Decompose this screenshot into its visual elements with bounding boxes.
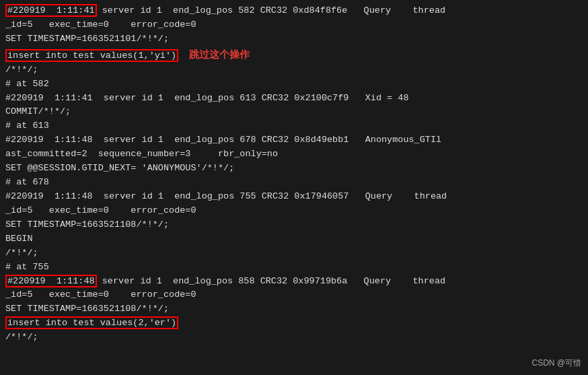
terminal: #220919 1:11:41 server id 1 end_log_pos … <box>0 0 588 375</box>
line-24: /*!*/; <box>5 331 583 345</box>
highlight-insert-1: insert into test values(1,'yi') <box>5 49 178 62</box>
line-8: COMMIT/*!*/; <box>5 105 583 119</box>
line-4: insert into test values(1,'yi') 跳过这个操作 <box>5 46 583 63</box>
line-16: SET TIMESTAMP=1663521108/*!*/; <box>5 218 583 232</box>
line-2: _id=5 exec_time=0 error_code=0 <box>5 18 583 32</box>
line-13: # at 678 <box>5 176 583 190</box>
watermark: CSDN @可惜 <box>531 357 581 370</box>
line-22: SET TIMESTAMP=1663521108/*!*/; <box>5 302 583 316</box>
line-1-rest: server id 1 end_log_pos 582 CRC32 0xd84f… <box>97 5 445 15</box>
line-10: #220919 1:11:48 server id 1 end_log_pos … <box>5 133 583 147</box>
line-7: #220919 1:11:41 server id 1 end_log_pos … <box>5 92 583 106</box>
line-15: _id=5 exec_time=0 error_code=0 <box>5 204 583 218</box>
highlight-insert-2: insert into test values(2,'er') <box>5 316 178 329</box>
annotation-skip: 跳过这个操作 <box>189 48 250 60</box>
line-11: ast_committed=2 sequence_number=3 rbr_on… <box>5 147 583 162</box>
line-21: _id=5 exec_time=0 error_code=0 <box>5 288 583 302</box>
line-20: #220919 1:11:48 server id 1 end_log_pos … <box>5 275 583 289</box>
highlight-timestamp-1: #220919 1:11:41 <box>5 4 97 17</box>
line-18: /*!*/; <box>5 246 583 261</box>
line-19: # at 755 <box>5 261 583 275</box>
line-6: # at 582 <box>5 77 583 92</box>
highlight-timestamp-2: #220919 1:11:48 <box>5 275 97 287</box>
line-14: #220919 1:11:48 server id 1 end_log_pos … <box>5 190 583 204</box>
line-3: SET TIMESTAMP=1663521101/*!*/; <box>5 32 583 46</box>
line-5: /*!*/; <box>5 63 583 77</box>
line-23: insert into test values(2,'er') <box>5 316 583 331</box>
line-17: BEGIN <box>5 232 583 246</box>
line-12: SET @@SESSION.GTID_NEXT= 'ANONYMOUS'/*!*… <box>5 162 583 176</box>
line-1: #220919 1:11:41 server id 1 end_log_pos … <box>5 4 583 18</box>
line-20-rest: server id 1 end_log_pos 858 CRC32 0x9971… <box>97 276 445 286</box>
line-9: # at 613 <box>5 119 583 133</box>
